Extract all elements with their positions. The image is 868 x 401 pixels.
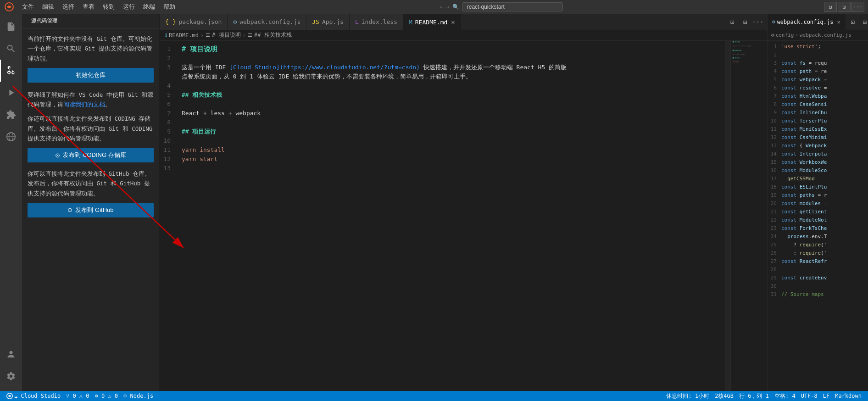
- close-right-panel-btn[interactable]: ✕: [837, 19, 840, 25]
- right-line: 14 const Interpola: [768, 150, 868, 158]
- tab-index-less[interactable]: L index.less: [350, 14, 403, 30]
- close-readme-btn[interactable]: ✕: [451, 19, 455, 25]
- breadcrumb: ℹ README.md › ☰ # 项目说明 › ☰ ## 相关技术栈: [160, 30, 767, 41]
- publish-github-button[interactable]: ⊙ 发布到 GitHub: [28, 203, 154, 217]
- menu-run[interactable]: 运行: [119, 0, 139, 14]
- right-breadcrumb-part1[interactable]: config: [776, 32, 794, 38]
- status-bar: ☁ Cloud Studio ⑂ 0 △ 0 ⊗ 0 ⚠ 0 ⊙ Node.js…: [0, 391, 868, 401]
- status-memory-label: 2核4GB: [715, 392, 734, 400]
- coding-icon: ⊙: [55, 152, 60, 159]
- nav-back-btn[interactable]: ←: [440, 4, 443, 10]
- remote-activity-btn[interactable]: [0, 126, 22, 148]
- menu-terminal[interactable]: 终端: [139, 0, 159, 14]
- right-panel-tabs: ⚙ webpack.config.js ✕ ⊡ ⊟ ···: [768, 14, 868, 30]
- status-position[interactable]: 行 6，列 1: [736, 391, 772, 401]
- status-encoding[interactable]: UTF-8: [798, 391, 820, 401]
- menu-edit[interactable]: 编辑: [39, 0, 58, 14]
- menu-bar: 文件 编辑 选择 查看 转到 运行 终端 帮助: [18, 0, 179, 14]
- menu-select[interactable]: 选择: [59, 0, 78, 14]
- sidebar-section-init: 当前打开的文件夹中没有 Git 仓库。可初始化一个仓库，它将实现 Git 提供支…: [28, 34, 154, 83]
- nav-forward-btn[interactable]: →: [446, 4, 450, 10]
- status-right: 休息时间: 1小时 2核4GB 行 6，列 1 空格: 4 UTF-8 LF M…: [663, 391, 864, 401]
- tab-readme-md[interactable]: M README.md ✕: [403, 14, 461, 30]
- run-activity-btn[interactable]: [0, 82, 22, 104]
- breadcrumb-icon3: ☰: [248, 32, 252, 38]
- right-line: 8 const CaseSensi: [768, 100, 868, 109]
- tab-bar: { } package.json ⚙ webpack.config.js JS …: [160, 14, 767, 30]
- right-tab-label: webpack.config.js: [777, 19, 834, 25]
- right-line: 23 const ForkTsChe: [768, 224, 868, 233]
- status-nodejs[interactable]: ⊙ Node.js: [121, 391, 156, 401]
- right-line: 24 process.env.T: [768, 233, 868, 241]
- layout-btn2[interactable]: ⊡: [838, 2, 851, 12]
- editor-line: 3 这是一个用 IDE [Cloud Studio](https://www.c…: [160, 63, 725, 81]
- status-line-ending[interactable]: LF: [820, 391, 832, 401]
- init-repo-button[interactable]: 初始化仓库: [28, 68, 154, 83]
- breadcrumb-part3[interactable]: ## 相关技术栈: [254, 31, 292, 39]
- tab-label: webpack.config.js: [239, 18, 300, 25]
- breadcrumb-part2[interactable]: # 项目说明: [212, 31, 240, 39]
- appjs-icon: JS: [312, 18, 319, 25]
- editor-scrollbar[interactable]: [725, 41, 730, 391]
- less-icon: L: [355, 18, 359, 25]
- status-rest-time[interactable]: 休息时间: 1小时: [663, 391, 712, 401]
- tab-label: index.less: [362, 18, 397, 25]
- webpack-icon: ⚙: [233, 18, 237, 25]
- tab-app-js[interactable]: JS App.js: [306, 14, 350, 30]
- editor-content: 1 # 项目说明 2 3 这是一个用 IDE [Cloud Studio](ht…: [160, 41, 767, 391]
- right-line: 19 const paths = r: [768, 191, 868, 200]
- editor-line: 13: [160, 164, 725, 173]
- menu-goto[interactable]: 转到: [99, 0, 118, 14]
- package-json-icon: { }: [165, 18, 176, 25]
- status-git-label: ⑂ 0 △ 0: [66, 393, 89, 399]
- right-split-btn[interactable]: ⊡: [847, 17, 858, 28]
- right-line: 4 const path = re: [768, 67, 868, 76]
- init-repo-label: 初始化仓库: [76, 71, 106, 79]
- sidebar-coding-text: 你还可以直接将此文件夹发布到 CODING 存储库。发布后，你将有权访问由 Gi…: [28, 114, 154, 143]
- menu-view[interactable]: 查看: [79, 0, 98, 14]
- right-toggle-btn[interactable]: ⊟: [859, 17, 868, 28]
- title-controls: ⊟ ⊡ ···: [824, 2, 868, 12]
- status-cloud-studio[interactable]: ☁ Cloud Studio: [4, 391, 63, 401]
- menu-help[interactable]: 帮助: [160, 0, 179, 14]
- status-memory[interactable]: 2核4GB: [712, 391, 736, 401]
- activity-bar: [0, 14, 22, 391]
- right-line: 1 'use strict';: [768, 43, 868, 51]
- accounts-activity-btn[interactable]: [0, 343, 22, 365]
- status-language[interactable]: Markdown: [832, 391, 864, 401]
- toggle-panel-btn[interactable]: ⊟: [740, 17, 751, 28]
- search-activity-btn[interactable]: [0, 38, 22, 60]
- right-breadcrumb-part2[interactable]: webpack.config.js: [800, 32, 851, 38]
- editor-line: 9 ## 项目运行: [160, 127, 725, 136]
- sidebar-content: 当前打开的文件夹中没有 Git 仓库。可初始化一个仓库，它将实现 Git 提供支…: [22, 28, 159, 391]
- tab-package-json[interactable]: { } package.json: [160, 14, 228, 30]
- menu-file[interactable]: 文件: [18, 0, 38, 14]
- tab-webpack-config[interactable]: ⚙ webpack.config.js: [228, 14, 306, 30]
- layout-btn1[interactable]: ⊟: [824, 2, 837, 12]
- right-tab-webpack[interactable]: ⚙ webpack.config.js ✕: [768, 14, 846, 30]
- right-line: 7 const HtmlWebpa: [768, 92, 868, 100]
- docs-link[interactable]: 阅读我们的文档: [63, 101, 105, 108]
- status-spaces[interactable]: 空格: 4: [772, 391, 798, 401]
- more-actions-btn[interactable]: ···: [851, 2, 864, 12]
- right-panel: ⚙ webpack.config.js ✕ ⊡ ⊟ ··· ⚙ config ›…: [767, 14, 868, 391]
- right-line: 22 const ModuleNot: [768, 216, 868, 224]
- breadcrumb-part1[interactable]: README.md: [169, 32, 199, 39]
- title-bar: 文件 编辑 选择 查看 转到 运行 终端 帮助 ← → 🔍 ⊟ ⊡ ···: [0, 0, 868, 14]
- status-nodejs-label: ⊙ Node.js: [123, 393, 153, 399]
- status-errors[interactable]: ⊗ 0 ⚠ 0: [92, 391, 121, 401]
- extensions-activity-btn[interactable]: [0, 104, 22, 126]
- right-editor[interactable]: 1 'use strict'; 2 3 const fs = requ 4 co…: [768, 41, 868, 391]
- source-control-activity-btn[interactable]: [0, 60, 22, 82]
- publish-coding-button[interactable]: ⊙ 发布到 CODING 存储库: [28, 148, 154, 162]
- settings-activity-btn[interactable]: [0, 365, 22, 387]
- right-line: 18 const ESLintPlu: [768, 183, 868, 191]
- more-tabs-btn[interactable]: ···: [752, 17, 763, 28]
- split-editor-btn[interactable]: ⊡: [727, 17, 738, 28]
- app-logo: [0, 2, 18, 11]
- right-line: 9 const InlineChu: [768, 109, 868, 117]
- editor-main[interactable]: 1 # 项目说明 2 3 这是一个用 IDE [Cloud Studio](ht…: [160, 41, 725, 391]
- search-input[interactable]: [462, 2, 563, 11]
- status-git[interactable]: ⑂ 0 △ 0: [63, 391, 92, 401]
- explorer-activity-btn[interactable]: [0, 16, 22, 38]
